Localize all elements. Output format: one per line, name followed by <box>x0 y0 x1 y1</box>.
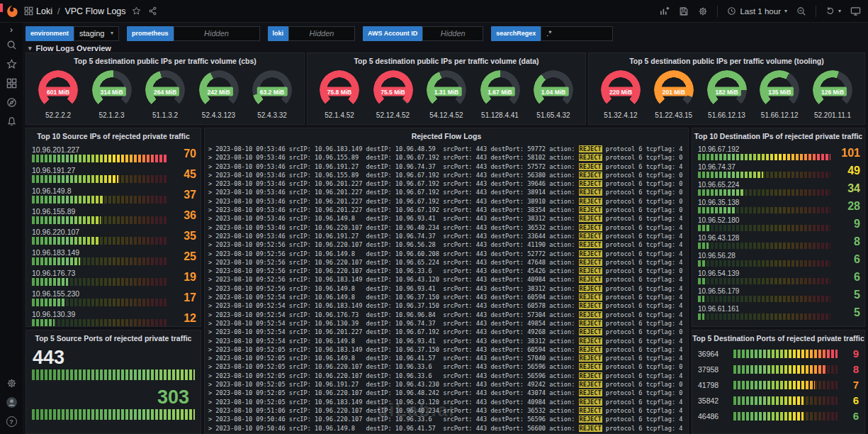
gauge-row: 75.8 MiB52.1.4.5275.5 MiB52.12.4.521.31 … <box>308 69 585 119</box>
log-line[interactable]: > 2023-08-10 09:53:46 srcIP: 10.96.201.2… <box>208 197 684 206</box>
gauge[interactable]: 75.5 MiB52.12.4.52 <box>367 70 419 119</box>
panel-title[interactable]: Top 5 destination public IPs per traffic… <box>308 53 585 69</box>
log-line[interactable]: > 2023-08-10 09:52:05 srcIP: 10.96.149.8… <box>208 354 684 362</box>
log-line[interactable]: > 2023-08-10 09:52:05 srcIP: 10.96.220.1… <box>208 389 684 397</box>
cycle-view-icon[interactable] <box>850 6 861 16</box>
log-line[interactable]: > 2023-08-10 09:52:56 srcIP: 10.96.220.1… <box>208 240 684 249</box>
log-line[interactable]: > 2023-08-10 09:52:05 srcIP: 10.96.183.1… <box>208 345 684 354</box>
gauge[interactable]: 126 MiB52.201.11.1 <box>806 70 859 119</box>
log-line[interactable]: > 2023-08-10 09:52:54 srcIP: 10.96.149.8… <box>208 293 684 301</box>
panel-title[interactable]: Top 5 destination public IPs per traffic… <box>26 53 304 69</box>
bar-label: 10.96.191.27 <box>32 166 167 174</box>
log-line[interactable]: > 2023-08-10 09:53:46 srcIP: 10.96.191.2… <box>208 232 684 240</box>
section-header[interactable]: ▾ Flow Logs Overview <box>28 44 111 52</box>
grafana-logo[interactable] <box>0 0 24 23</box>
add-panel-icon[interactable] <box>659 6 670 16</box>
logo-flame-accent <box>0 4 3 12</box>
gauge[interactable]: 63.2 MiB52.4.3.32 <box>246 70 298 119</box>
stat-value: 303 <box>26 386 201 408</box>
panel-title[interactable]: Top 5 destination public IPs per traffic… <box>589 53 864 69</box>
share-icon[interactable] <box>148 6 157 16</box>
log-line[interactable]: > 2023-08-10 09:52:56 srcIP: 10.96.149.8… <box>208 284 684 293</box>
filter-environment: environmentstaging▾ <box>26 26 119 41</box>
log-line[interactable]: > 2023-08-10 09:50:46 srcIP: 10.96.149.8… <box>208 424 684 433</box>
time-range-picker[interactable]: Last 1 hour ▾ <box>727 6 787 16</box>
log-line[interactable]: > 2023-08-10 09:52:56 srcIP: 10.96.183.1… <box>208 275 684 284</box>
gauge[interactable]: 182 MiB51.66.12.13 <box>701 70 753 119</box>
gauge[interactable]: 135 MiB51.66.12.12 <box>753 70 806 119</box>
search-icon[interactable] <box>0 35 23 55</box>
gauge[interactable]: 220 MiB51.32.4.12 <box>594 70 647 119</box>
filter-value-prometheus[interactable]: Hidden <box>174 26 260 41</box>
log-line[interactable]: > 2023-08-10 09:53:46 srcIP: 10.96.155.8… <box>208 153 684 162</box>
log-line[interactable]: > 2023-08-10 09:53:46 srcIP: 10.96.201.2… <box>208 188 684 196</box>
gauge-label: 51.128.4.41 <box>474 111 526 119</box>
log-line[interactable]: > 2023-08-10 09:52:54 srcIP: 10.96.201.2… <box>208 328 684 336</box>
log-line[interactable]: > 2023-08-10 09:52:56 srcIP: 10.96.149.8… <box>208 250 684 258</box>
refresh-interval-chevron-icon[interactable]: ▾ <box>838 9 841 14</box>
reject-badge: REJECT <box>579 416 602 423</box>
gauge[interactable]: 75.8 MiB52.1.4.52 <box>313 70 366 119</box>
dashboard-settings-icon[interactable] <box>698 6 708 16</box>
reject-badge: REJECT <box>579 172 602 179</box>
explore-compass-icon[interactable] <box>0 93 23 112</box>
gauge[interactable]: 242 MiB52.4.3.123 <box>193 70 245 119</box>
log-line[interactable]: > 2023-08-10 09:52:54 srcIP: 10.96.176.7… <box>208 311 684 319</box>
breadcrumb[interactable]: Loki / VPC Flow Logs <box>36 6 126 16</box>
filter-aws-account-id: AWS Account IDHidden <box>363 26 483 41</box>
gauge[interactable]: 1.31 MiB54.12.4.52 <box>420 70 473 119</box>
star-icon[interactable] <box>132 6 141 16</box>
log-line[interactable]: > 2023-08-10 09:52:56 srcIP: 10.96.220.1… <box>208 258 684 267</box>
gauge[interactable]: 1.04 MiB51.65.4.32 <box>527 70 580 119</box>
log-line[interactable]: > 2023-08-10 09:53:46 srcIP: 10.96.191.2… <box>208 162 684 171</box>
bar-cells <box>698 172 830 178</box>
log-line[interactable]: > 2023-08-10 09:50:46 srcIP: 10.96.220.1… <box>208 415 684 423</box>
log-line[interactable]: > 2023-08-10 09:52:56 srcIP: 10.96.220.1… <box>208 267 684 275</box>
bar-gauge <box>698 189 830 196</box>
filter-label: environment <box>26 26 74 41</box>
bar-value: 8 <box>835 236 860 247</box>
log-line[interactable]: > 2023-08-10 09:52:05 srcIP: 10.96.220.1… <box>208 372 684 380</box>
filter-value-loki[interactable]: Hidden <box>288 26 355 41</box>
log-line[interactable]: > 2023-08-10 09:53:46 srcIP: 10.96.155.8… <box>208 171 684 179</box>
dashboards-icon[interactable] <box>0 74 23 93</box>
log-line[interactable]: > 2023-08-10 09:53:46 srcIP: 10.96.201.2… <box>208 179 684 188</box>
panel-title[interactable]: Top 5 Source Ports of rejected private t… <box>26 330 201 346</box>
filter-value-searchregex[interactable]: .* <box>541 26 613 41</box>
help-icon[interactable]: ? <box>0 412 23 431</box>
server-admin-gear-icon[interactable] <box>0 374 23 393</box>
log-line[interactable]: > 2023-08-10 09:52:05 srcIP: 10.96.220.1… <box>208 362 684 371</box>
log-line[interactable]: > 2023-08-10 09:53:46 srcIP: 10.96.220.1… <box>208 223 684 232</box>
log-line[interactable]: > 2023-08-10 09:52:05 srcIP: 10.96.183.1… <box>208 398 684 406</box>
log-line[interactable]: > 2023-08-10 09:52:05 srcIP: 10.96.191.2… <box>208 380 684 389</box>
bar-row: 10.96.183.14925 <box>32 248 196 265</box>
gauge[interactable]: 264 MiB51.1.3.2 <box>139 70 191 119</box>
filter-value-aws-account-id[interactable]: Hidden <box>422 26 483 41</box>
zoom-out-time-icon[interactable] <box>796 6 806 16</box>
panel-title[interactable]: Top 5 Destination Ports of rejected priv… <box>692 330 864 346</box>
bar-gauge <box>733 412 838 421</box>
log-line[interactable]: > 2023-08-10 09:52:54 srcIP: 10.96.149.8… <box>208 337 684 345</box>
filter-value-environment[interactable]: staging▾ <box>74 26 119 41</box>
panel-title[interactable]: Top 10 Source IPs of rejected private tr… <box>26 128 201 144</box>
gauge[interactable]: 201 MiB51.22.43.15 <box>648 70 700 119</box>
panel-title[interactable]: Top 10 Destination IPs of rejected priva… <box>692 128 864 144</box>
panel-title[interactable]: Rejected Flow Logs <box>205 128 688 144</box>
log-line[interactable]: > 2023-08-10 09:52:54 srcIP: 10.96.130.3… <box>208 319 684 328</box>
starred-dashboards-icon[interactable] <box>0 55 23 74</box>
refresh-icon[interactable] <box>825 6 835 16</box>
bar-cells <box>698 260 830 267</box>
gauge[interactable]: 314 MiB52.1.2.3 <box>86 70 138 119</box>
alerting-bell-icon[interactable] <box>0 112 23 131</box>
save-dashboard-icon[interactable] <box>679 6 689 16</box>
log-line[interactable]: > 2023-08-10 09:53:46 srcIP: 10.96.201.2… <box>208 206 684 214</box>
user-avatar[interactable] <box>0 393 23 412</box>
filter-label: prometheus <box>127 26 174 41</box>
sidebar-expand-icon[interactable]: › <box>10 24 13 35</box>
gauge[interactable]: 601 MiB52.2.2.2 <box>32 70 84 119</box>
log-line[interactable]: > 2023-08-10 09:53:46 srcIP: 10.96.149.8… <box>208 214 684 223</box>
log-line[interactable]: > 2023-08-10 09:53:46 srcIP: 10.96.183.1… <box>208 145 684 153</box>
log-line[interactable]: > 2023-08-10 09:52:54 srcIP: 10.96.183.1… <box>208 301 684 310</box>
gauge[interactable]: 1.67 MiB51.128.4.41 <box>474 70 526 119</box>
log-line[interactable]: > 2023-08-10 09:51:06 srcIP: 10.96.220.1… <box>208 406 684 415</box>
